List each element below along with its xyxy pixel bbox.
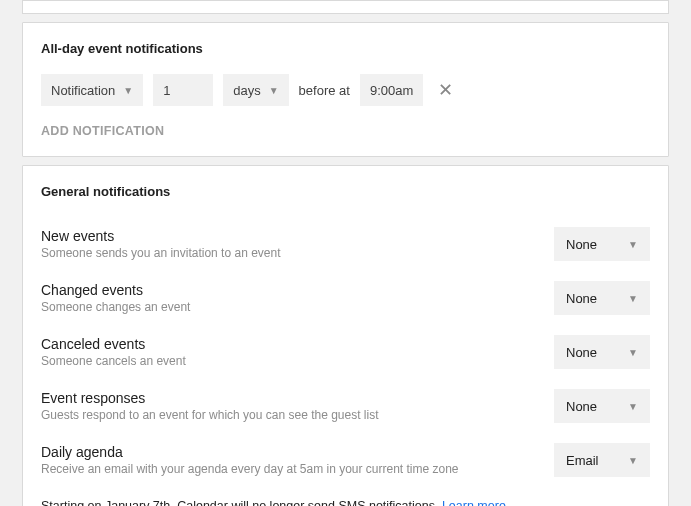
gn-row-event-responses: Event responses Guests respond to an eve… <box>41 379 650 433</box>
allday-notifications-card: All-day event notifications Notification… <box>22 22 669 157</box>
gn-dropdown-value: None <box>566 237 597 252</box>
gn-dropdown-value: None <box>566 399 597 414</box>
time-dropdown[interactable]: 9:00am <box>360 74 423 106</box>
gn-item-desc: Someone changes an event <box>41 300 542 314</box>
notification-method-value: Notification <box>51 83 115 98</box>
gn-row-daily-agenda: Daily agenda Receive an email with your … <box>41 433 650 487</box>
close-icon: ✕ <box>438 79 453 101</box>
gn-item-title: Changed events <box>41 282 542 298</box>
sms-notice: Starting on January 7th, Calendar will n… <box>41 487 650 506</box>
gn-item-title: Event responses <box>41 390 542 406</box>
gn-item-desc: Someone sends you an invitation to an ev… <box>41 246 542 260</box>
chevron-down-icon: ▼ <box>628 455 638 466</box>
gn-dropdown-value: None <box>566 345 597 360</box>
before-at-label: before at <box>299 83 350 98</box>
gn-dropdown-canceled-events[interactable]: None ▼ <box>554 335 650 369</box>
notification-method-dropdown[interactable]: Notification ▼ <box>41 74 143 106</box>
chevron-down-icon: ▼ <box>628 401 638 412</box>
gn-item-desc: Guests respond to an event for which you… <box>41 408 542 422</box>
gn-dropdown-value: Email <box>566 453 599 468</box>
sms-notice-text: Starting on January 7th, Calendar will n… <box>41 499 442 506</box>
chevron-down-icon: ▼ <box>628 239 638 250</box>
gn-dropdown-value: None <box>566 291 597 306</box>
days-unit-value: days <box>233 83 260 98</box>
previous-card-edge <box>22 0 669 14</box>
general-title: General notifications <box>41 184 650 199</box>
days-unit-dropdown[interactable]: days ▼ <box>223 74 288 106</box>
gn-item-title: Canceled events <box>41 336 542 352</box>
time-value: 9:00am <box>370 83 413 98</box>
remove-notification-button[interactable]: ✕ <box>433 78 457 102</box>
gn-item-title: New events <box>41 228 542 244</box>
allday-notification-row: Notification ▼ days ▼ before at 9:00am ✕ <box>41 74 650 106</box>
gn-item-desc: Receive an email with your agenda every … <box>41 462 542 476</box>
gn-row-changed-events: Changed events Someone changes an event … <box>41 271 650 325</box>
gn-dropdown-changed-events[interactable]: None ▼ <box>554 281 650 315</box>
days-value-input[interactable] <box>153 74 213 106</box>
gn-item-desc: Someone cancels an event <box>41 354 542 368</box>
gn-dropdown-daily-agenda[interactable]: Email ▼ <box>554 443 650 477</box>
gn-row-new-events: New events Someone sends you an invitati… <box>41 217 650 271</box>
add-notification-button[interactable]: ADD NOTIFICATION <box>41 124 650 138</box>
chevron-down-icon: ▼ <box>628 347 638 358</box>
gn-item-title: Daily agenda <box>41 444 542 460</box>
chevron-down-icon: ▼ <box>123 85 133 96</box>
gn-dropdown-event-responses[interactable]: None ▼ <box>554 389 650 423</box>
general-notifications-card: General notifications New events Someone… <box>22 165 669 506</box>
gn-row-canceled-events: Canceled events Someone cancels an event… <box>41 325 650 379</box>
learn-more-link[interactable]: Learn more <box>442 499 506 506</box>
chevron-down-icon: ▼ <box>628 293 638 304</box>
gn-dropdown-new-events[interactable]: None ▼ <box>554 227 650 261</box>
allday-title: All-day event notifications <box>41 41 650 56</box>
chevron-down-icon: ▼ <box>269 85 279 96</box>
